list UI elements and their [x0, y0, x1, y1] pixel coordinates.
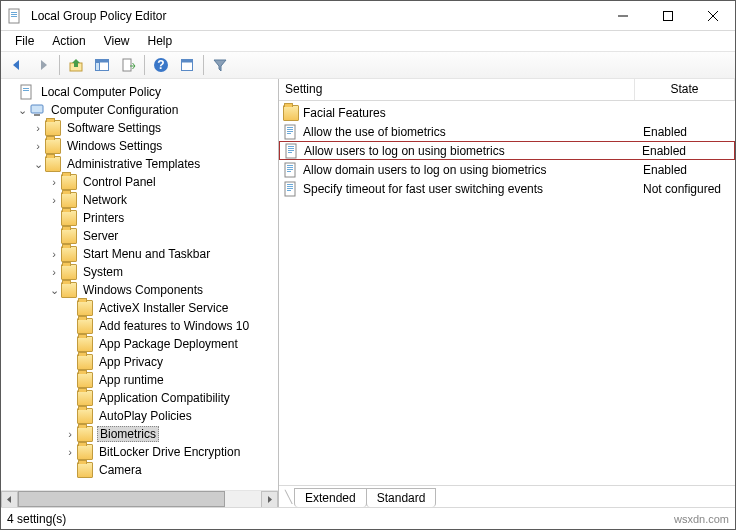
- tree-item-windows-components[interactable]: ⌄Windows Components: [1, 281, 278, 299]
- svg-rect-12: [123, 59, 131, 71]
- tree-item-root[interactable]: Local Computer Policy: [1, 83, 278, 101]
- policy-setting-icon: [283, 162, 299, 178]
- expand-icon[interactable]: ›: [47, 176, 61, 188]
- folder-icon: [61, 246, 77, 262]
- folder-icon: [45, 120, 61, 136]
- tab-standard[interactable]: Standard: [366, 488, 437, 507]
- minimize-button[interactable]: [600, 1, 645, 30]
- folder-icon: [77, 426, 93, 442]
- help-button[interactable]: ?: [149, 53, 173, 77]
- svg-rect-11: [96, 63, 100, 71]
- setting-name: Allow domain users to log on using biome…: [303, 163, 637, 177]
- menu-action[interactable]: Action: [44, 32, 93, 50]
- svg-rect-19: [23, 90, 29, 91]
- folder-icon: [77, 336, 93, 352]
- tree-item-software-settings[interactable]: ›Software Settings: [1, 119, 278, 137]
- tab-divider: ╲: [285, 490, 294, 504]
- properties-button[interactable]: [175, 53, 199, 77]
- tree-item-activex[interactable]: ActiveX Installer Service: [1, 299, 278, 317]
- collapse-icon[interactable]: ⌄: [31, 158, 45, 171]
- policy-setting-icon: [283, 181, 299, 197]
- tree-item-server[interactable]: Server: [1, 227, 278, 245]
- folder-icon: [77, 372, 93, 388]
- expand-icon[interactable]: ›: [47, 248, 61, 260]
- expand-icon[interactable]: ›: [31, 140, 45, 152]
- svg-rect-29: [288, 148, 294, 149]
- menubar: File Action View Help: [1, 31, 735, 51]
- up-one-level-button[interactable]: [64, 53, 88, 77]
- show-hide-tree-button[interactable]: [90, 53, 114, 77]
- tree-item-network[interactable]: ›Network: [1, 191, 278, 209]
- list-row[interactable]: Allow users to log on using biometricsEn…: [279, 141, 735, 160]
- maximize-button[interactable]: [645, 1, 690, 30]
- tree-item-app-compat[interactable]: Application Compatibility: [1, 389, 278, 407]
- forward-button[interactable]: [31, 53, 55, 77]
- tree-item-autoplay[interactable]: AutoPlay Policies: [1, 407, 278, 425]
- tree-item-bitlocker[interactable]: ›BitLocker Drive Encryption: [1, 443, 278, 461]
- back-button[interactable]: [5, 53, 29, 77]
- folder-icon: [77, 300, 93, 316]
- tree-view[interactable]: Local Computer Policy ⌄ Computer Configu…: [1, 79, 278, 490]
- svg-rect-20: [31, 105, 43, 113]
- folder-icon: [45, 156, 61, 172]
- tab-extended[interactable]: Extended: [294, 488, 367, 507]
- list-row[interactable]: Allow domain users to log on using biome…: [279, 160, 735, 179]
- svg-rect-23: [287, 127, 293, 128]
- tree-item-windows-settings[interactable]: ›Windows Settings: [1, 137, 278, 155]
- expand-icon[interactable]: ›: [63, 446, 77, 458]
- tree-item-app-privacy[interactable]: App Privacy: [1, 353, 278, 371]
- folder-icon: [61, 192, 77, 208]
- tree-item-app-package[interactable]: App Package Deployment: [1, 335, 278, 353]
- svg-rect-34: [287, 167, 293, 168]
- tree-item-camera[interactable]: Camera: [1, 461, 278, 479]
- folder-icon: [45, 138, 61, 154]
- list-row[interactable]: Allow the use of biometricsEnabled: [279, 122, 735, 141]
- column-header-state[interactable]: State: [635, 79, 735, 100]
- list-row[interactable]: Facial Features: [279, 103, 735, 122]
- tree-item-system[interactable]: ›System: [1, 263, 278, 281]
- expand-icon[interactable]: ›: [47, 266, 61, 278]
- horizontal-scrollbar[interactable]: [1, 490, 278, 507]
- expand-icon[interactable]: ›: [31, 122, 45, 134]
- setting-state: Enabled: [637, 163, 731, 177]
- menu-help[interactable]: Help: [140, 32, 181, 50]
- collapse-icon[interactable]: ⌄: [15, 104, 29, 117]
- settings-list-pane: Setting State Facial FeaturesAllow the u…: [279, 79, 735, 507]
- expand-icon[interactable]: ›: [63, 428, 77, 440]
- tree-item-administrative-templates[interactable]: ⌄Administrative Templates: [1, 155, 278, 173]
- svg-rect-33: [287, 165, 293, 166]
- collapse-icon[interactable]: ⌄: [47, 284, 61, 297]
- setting-name: Specify timeout for fast user switching …: [303, 182, 637, 196]
- filter-button[interactable]: [208, 53, 232, 77]
- scroll-right-button[interactable]: [261, 491, 278, 508]
- column-header-setting[interactable]: Setting: [279, 79, 635, 100]
- scroll-left-button[interactable]: [1, 491, 18, 508]
- list-row[interactable]: Specify timeout for fast user switching …: [279, 179, 735, 198]
- folder-icon: [77, 444, 93, 460]
- list-header: Setting State: [279, 79, 735, 101]
- expand-icon[interactable]: ›: [47, 194, 61, 206]
- svg-rect-40: [287, 188, 293, 189]
- list-body[interactable]: Facial FeaturesAllow the use of biometri…: [279, 101, 735, 485]
- tree-item-control-panel[interactable]: ›Control Panel: [1, 173, 278, 191]
- menu-view[interactable]: View: [96, 32, 138, 50]
- menu-file[interactable]: File: [7, 32, 42, 50]
- tree-item-biometrics[interactable]: ›Biometrics: [1, 425, 278, 443]
- svg-rect-39: [287, 186, 293, 187]
- tree-item-start-menu[interactable]: ›Start Menu and Taskbar: [1, 245, 278, 263]
- scrollbar-thumb[interactable]: [18, 491, 225, 507]
- close-button[interactable]: [690, 1, 735, 30]
- tree-item-app-runtime[interactable]: App runtime: [1, 371, 278, 389]
- svg-rect-28: [288, 146, 294, 147]
- svg-rect-25: [287, 131, 293, 132]
- tree-item-printers[interactable]: Printers: [1, 209, 278, 227]
- folder-icon: [77, 390, 93, 406]
- tree-item-computer-configuration[interactable]: ⌄ Computer Configuration: [1, 101, 278, 119]
- folder-icon: [77, 354, 93, 370]
- folder-icon: [77, 408, 93, 424]
- folder-icon: [61, 228, 77, 244]
- setting-state: Enabled: [636, 144, 730, 158]
- export-list-button[interactable]: [116, 53, 140, 77]
- folder-icon: [61, 210, 77, 226]
- tree-item-add-features[interactable]: Add features to Windows 10: [1, 317, 278, 335]
